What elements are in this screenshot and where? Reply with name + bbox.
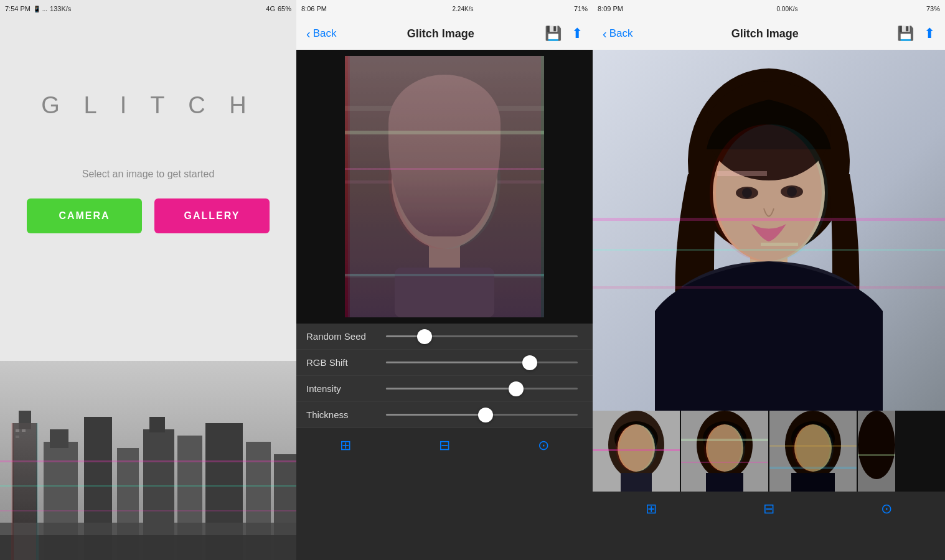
status-bar-2: 8:06 PM 2.24K/s 71% [296,0,593,17]
subtitle-text: Select an image to get started [82,169,215,180]
slider-track-int[interactable] [386,388,578,390]
slider-random-seed: Random Seed [296,324,593,350]
bottom-toolbar-2: ⊞ ⊟ ⊙ [296,428,593,463]
sliders-icon-3[interactable]: ⊟ [763,501,774,517]
slider-fill-rgb [386,362,530,363]
back-button-3[interactable]: ‹ Back [603,27,632,41]
battery-3: 73% [926,5,940,12]
slider-fill-th [386,414,486,416]
editor-panel-2: 8:09 PM 0.00K/s 73% ‹ Back Glitch Image … [593,0,945,560]
status-bar-3: 8:09 PM 0.00K/s 73% [593,0,945,17]
signal-1: 4G [266,5,275,12]
thumbnail-2[interactable] [681,411,768,492]
time-3: 8:09 PM [598,5,623,12]
slider-thumb-th[interactable] [478,408,493,422]
time-1: 7:54 PM [5,5,31,12]
svg-rect-56 [621,473,652,492]
nav-title-3: Glitch Image [731,27,799,40]
slider-label-rs: Random Seed [306,331,381,342]
thumbnails-row [593,411,945,492]
action-buttons: CAMERA GALLERY [27,198,270,233]
nav-icons-3: 💾 ⬆ [897,26,935,42]
svg-rect-80 [858,454,895,456]
nav-icons-2: 💾 ⬆ [545,26,583,42]
notification-icons: 📱 ... [33,6,47,12]
slider-thumb-rs[interactable] [417,329,432,344]
slider-label-th: Thickness [306,409,381,420]
battery-1: 65% [278,5,291,12]
grid-icon-3[interactable]: ⊞ [646,501,657,517]
status-right: 4G 65% [266,5,291,12]
svg-rect-49 [593,286,945,289]
slider-track-rs[interactable] [386,335,578,337]
gallery-button[interactable]: GALLERY [154,198,270,233]
slider-track-th[interactable] [386,414,578,416]
settings-icon-3[interactable]: ⊙ [881,501,892,517]
svg-point-79 [858,411,895,479]
slider-thumb-rgb[interactable] [522,355,537,370]
back-button-2[interactable]: ‹ Back [306,27,336,41]
back-chevron-3: ‹ [603,27,607,41]
svg-rect-51 [761,243,798,246]
bottom-toolbar-3: ⊞ ⊟ ⊙ [593,492,945,526]
svg-point-59 [619,424,657,472]
slider-label-rgb: RGB Shift [306,357,381,368]
nav-bar-2: ‹ Back Glitch Image 💾 ⬆ [296,17,593,50]
thumbnail-4[interactable] [858,411,895,492]
share-icon-2[interactable]: ⬆ [571,26,583,42]
portrait-glitch-female [593,50,945,411]
network-3: 0.00K/s [777,6,798,12]
welcome-content: G L I T C H Select an image to get start… [0,17,296,560]
battery-2: 71% [574,5,588,12]
svg-rect-47 [593,218,945,221]
share-icon-3[interactable]: ⬆ [924,26,935,42]
svg-rect-50 [717,171,767,176]
time-2: 8:06 PM [301,5,327,12]
svg-rect-48 [593,249,945,251]
app-title: G L I T C H [41,92,255,119]
svg-point-46 [716,124,828,261]
welcome-panel: 7:54 PM 📱 ... 133K/s 4G 65% G L I T C H … [0,0,296,560]
slider-fill-int [386,388,516,390]
back-label-2: Back [313,27,337,40]
portrait-glitch-male [345,56,544,317]
network-speed-1: 133K/s [50,5,71,12]
status-bar-1: 7:54 PM 📱 ... 133K/s 4G 65% [0,0,296,17]
svg-rect-64 [706,473,743,492]
image-area-3 [593,50,945,411]
nav-title-2: Glitch Image [407,27,474,40]
editor-panel-1: 8:06 PM 2.24K/s 71% ‹ Back Glitch Image … [296,0,593,560]
svg-point-77 [796,424,834,472]
slider-label-int: Intensity [306,383,381,394]
camera-button[interactable]: CAMERA [27,198,142,233]
slider-thumb-int[interactable] [509,381,524,396]
back-chevron-2: ‹ [306,27,311,41]
slider-intensity: Intensity [296,376,593,402]
sliders-icon-2[interactable]: ⊟ [439,437,450,454]
nav-bar-3: ‹ Back Glitch Image 💾 ⬆ [593,17,945,50]
status-left: 7:54 PM 📱 ... 133K/s [5,5,71,12]
network-2: 2.24K/s [453,6,474,12]
save-icon-2[interactable]: 💾 [545,26,562,42]
image-area-2 [296,50,593,324]
thumbnail-1[interactable] [593,411,680,492]
svg-rect-73 [791,473,835,492]
rgb-b-overlay [348,56,544,317]
settings-icon-2[interactable]: ⊙ [538,437,549,454]
grid-icon-2[interactable]: ⊞ [340,437,351,454]
save-icon-3[interactable]: 💾 [897,26,914,42]
svg-point-68 [708,424,745,472]
sliders-area: Random Seed RGB Shift Intensity Thicknes… [296,324,593,428]
slider-track-rgb[interactable] [386,362,578,363]
thumbnail-3[interactable] [769,411,857,492]
slider-thickness: Thickness [296,402,593,428]
slider-rgb-shift: RGB Shift [296,350,593,376]
back-label-3: Back [609,27,633,40]
